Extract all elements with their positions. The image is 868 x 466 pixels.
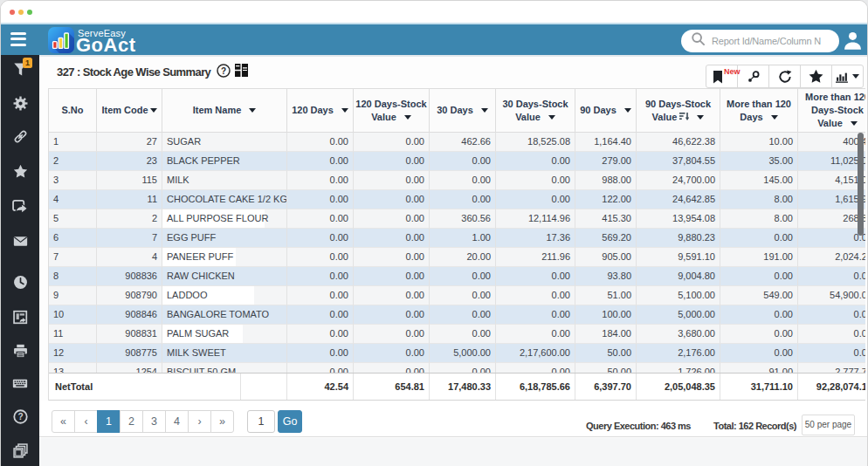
table-row-11[interactable]: 11908831PALM SUGAR0.000.000.000.00184.00… [49, 325, 865, 344]
share-nodes-button[interactable] [737, 65, 769, 88]
dashboard-icon[interactable] [235, 64, 248, 80]
column-menu-caret-icon[interactable] [548, 115, 555, 120]
column-header-120-days-stock-value[interactable]: 120 Days-StockValue [354, 89, 430, 132]
sidebar-item-image-export[interactable] [1, 300, 39, 334]
column-menu-caret-icon[interactable] [851, 121, 858, 126]
cell-120-days: 0.00 [287, 190, 354, 209]
table-row-3[interactable]: 3115MILK0.000.000.000.00988.0024,700.001… [49, 171, 865, 190]
brand-logo[interactable]: ServeEasy GoAct [48, 27, 179, 57]
cell-120-days: 0.00 [287, 229, 354, 248]
vertical-scrollbar[interactable] [858, 133, 864, 236]
sidebar-item-mail[interactable] [1, 224, 39, 258]
column-header-90-days[interactable]: 90 Days [575, 89, 637, 132]
page-4-button[interactable]: 4 [165, 410, 189, 433]
page-number-input[interactable] [247, 410, 275, 433]
search-input[interactable] [712, 36, 827, 46]
bookmark-new-button[interactable]: New [706, 65, 738, 88]
sidebar-item-filter[interactable]: 1 [1, 52, 39, 86]
cell-120-days-stock-value: 0.00 [354, 229, 430, 248]
table-row-5[interactable]: 52ALL PURPOSE FLOUR0.000.00360.5612,114.… [49, 209, 865, 229]
column-menu-caret-icon[interactable] [341, 108, 348, 113]
page-1-button[interactable]: 1 [97, 410, 121, 433]
sidebar-item-clock[interactable] [1, 265, 39, 299]
cell-90-days: 122.00 [575, 190, 637, 209]
column-menu-caret-icon[interactable] [150, 108, 157, 113]
cell-item-code: 23 [97, 152, 162, 171]
cell-120-days: 0.00 [287, 133, 354, 152]
table-row-4[interactable]: 411CHOCOLATE CAKE 1/2 KG0.000.000.000.00… [49, 190, 865, 209]
hamburger-menu-icon[interactable] [10, 32, 26, 47]
cell-item-code: 908775 [97, 344, 162, 363]
cell-120-days-stock-value: 0.00 [354, 152, 430, 171]
table-row-9[interactable]: 9908790LADDOO0.000.000.000.0051.005,100.… [49, 286, 865, 305]
sidebar-item-forward-share[interactable] [1, 188, 39, 223]
cell-120-days: 0.00 [287, 152, 354, 171]
table-row-12[interactable]: 12908775MILK SWEET0.000.005,000.002,17,6… [49, 344, 865, 363]
column-header-item-code[interactable]: Item Code [97, 89, 162, 132]
page-size-select[interactable]: 50 per page [802, 415, 855, 435]
page-2-button[interactable]: 2 [120, 410, 143, 433]
cell-item-name: LADDOO [162, 286, 287, 305]
column-header-120-days[interactable]: 120 Days [287, 89, 354, 132]
close-window-icon[interactable] [10, 10, 15, 15]
table-row-7[interactable]: 74PANEER PUFF0.000.0020.00211.96905.009,… [49, 248, 865, 267]
cell-120-days: 0.00 [287, 248, 354, 267]
table-row-6[interactable]: 67EGG PUFF0.000.001.0017.36569.209,880.2… [49, 229, 865, 248]
column-menu-caret-icon[interactable] [697, 115, 704, 120]
minimize-window-icon[interactable] [18, 10, 24, 15]
table-row-13[interactable]: 131254BISCUIT 50 GM0.000.000.000.0050.00… [49, 363, 865, 373]
chart-view-button[interactable] [831, 65, 864, 88]
goact-logo-icon [48, 27, 74, 57]
table-row-8[interactable]: 8908836RAW CHICKEN0.000.000.000.0093.809… [49, 267, 865, 286]
column-header-30-days[interactable]: 30 Days [430, 89, 496, 132]
cell-item-name: BLACK PEPPER [162, 152, 287, 171]
page-3-button[interactable]: 3 [142, 410, 166, 433]
last-page-button[interactable]: » [210, 410, 234, 433]
user-profile-icon[interactable] [843, 31, 863, 51]
column-menu-caret-icon[interactable] [771, 115, 778, 120]
sidebar-item-printer[interactable] [1, 334, 39, 368]
table-body[interactable]: 127SUGAR0.000.00462.6618,525.081,164.404… [49, 133, 865, 373]
column-header-more-than-120-days-stock-value[interactable]: More than 120Days-StockValue [798, 89, 865, 132]
first-page-button[interactable]: « [52, 410, 75, 433]
column-menu-caret-icon[interactable] [481, 108, 488, 113]
sidebar-item-help-circle[interactable]: ? [1, 400, 39, 434]
cell-30-days-stock-value: 18,525.08 [496, 133, 575, 152]
go-button[interactable]: Go [278, 410, 302, 433]
sidebar-item-keyboard[interactable] [1, 367, 39, 401]
table-nettotal-row: NetTotal42.54654.8117,480.336,18,785.666… [49, 373, 865, 401]
column-header-30-days-stock-value[interactable]: 30 Days-StockValue [496, 89, 575, 132]
column-menu-caret-icon[interactable] [404, 115, 411, 120]
cell-more-than-120-days: 0.00 [720, 229, 798, 248]
sidebar-item-link[interactable] [1, 120, 39, 154]
cell-item-code: 908831 [97, 325, 162, 344]
column-menu-caret-icon[interactable] [249, 108, 256, 113]
cell-more-than-120-days: 0.00 [720, 305, 798, 325]
traffic-lights [10, 10, 32, 15]
maximize-window-icon[interactable] [27, 10, 32, 15]
refresh-button[interactable] [768, 65, 801, 88]
main-area: 1? 327 : Stock Age Wise Summary ? New S.… [1, 55, 867, 466]
column-header-90-days-stock-value[interactable]: 90 Days-StockValue [637, 89, 720, 132]
table-row-1[interactable]: 127SUGAR0.000.00462.6618,525.081,164.404… [49, 133, 865, 152]
favorite-button[interactable] [800, 65, 832, 88]
next-page-button[interactable]: › [188, 410, 211, 433]
help-circle-icon[interactable]: ? [217, 64, 231, 81]
sidebar-item-gear[interactable] [1, 86, 39, 120]
column-header-s-no[interactable]: S.No [49, 89, 97, 132]
cell-more-than-120-days-stock-value: 0.00 [798, 229, 865, 248]
sidebar-item-copy-pages[interactable] [1, 434, 39, 466]
column-header-more-than-120-days[interactable]: More than 120Days [720, 89, 798, 132]
cell-90-days-stock-value: 1,726.00 [637, 363, 720, 373]
previous-page-button[interactable]: ‹ [74, 410, 98, 433]
total-records-stat: Total: 162 Record(s) [713, 421, 796, 431]
cell-more-than-120-days-stock-value: 400.40 [798, 133, 865, 152]
nettotal-value: 17,480.33 [430, 373, 496, 400]
table-row-2[interactable]: 223BLACK PEPPER0.000.000.000.00279.0037,… [49, 152, 865, 171]
sidebar: 1? [1, 55, 39, 466]
table-row-10[interactable]: 10908846BANGALORE TOMATO0.000.000.000.00… [49, 305, 865, 325]
cell-item-code: 7 [97, 229, 162, 248]
column-menu-caret-icon[interactable] [624, 108, 631, 113]
sidebar-item-star[interactable] [1, 154, 39, 188]
column-header-item-name[interactable]: Item Name [162, 89, 287, 132]
